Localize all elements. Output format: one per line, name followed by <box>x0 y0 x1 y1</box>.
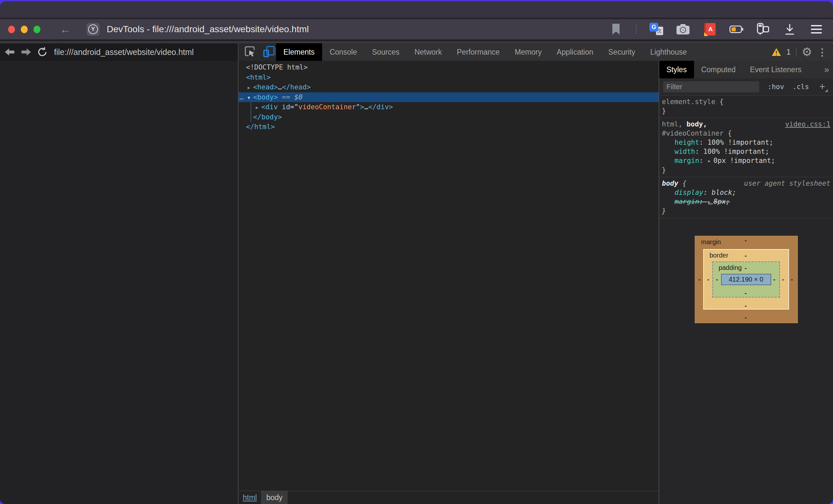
minimize-window-button[interactable] <box>21 26 28 33</box>
url-field[interactable]: file:///android_asset/website/video.html <box>54 48 194 57</box>
dom-tree-node[interactable]: <html> <box>239 73 659 82</box>
more-tabs-icon[interactable]: » <box>824 61 833 78</box>
dom-tree-node[interactable]: …▼<body> == $0 <box>239 92 659 102</box>
tab-performance[interactable]: Performance <box>449 43 507 61</box>
inspect-element-icon[interactable] <box>244 46 256 58</box>
box-model-value: - <box>707 276 709 283</box>
screenshot-camera-icon[interactable] <box>676 22 690 36</box>
box-model-value: - <box>744 314 747 321</box>
tab-application[interactable]: Application <box>549 43 601 61</box>
download-icon[interactable] <box>783 22 796 36</box>
devtools-toolbar-right: 1 ⚙ ⋮ <box>771 43 833 61</box>
styles-tab-styles[interactable]: Styles <box>659 61 694 78</box>
rule-selector[interactable]: element.style { <box>662 97 830 106</box>
translate-icon[interactable]: 文 G <box>649 23 663 36</box>
tab-network[interactable]: Network <box>407 43 449 61</box>
window-tab-strip <box>0 1 833 18</box>
styles-tab-event-listeners[interactable]: Event Listeners <box>743 61 809 78</box>
expand-shorthand-icon: ▶ <box>707 200 713 204</box>
stylesheet-link[interactable]: video.css:1 <box>785 120 830 129</box>
page-viewport <box>0 61 239 504</box>
box-model-value: - <box>744 289 747 297</box>
tab-console[interactable]: Console <box>322 43 364 61</box>
pseudo-state-toggle[interactable]: :hov <box>768 83 784 91</box>
box-model-border-label: border <box>710 252 729 259</box>
box-model-value: - <box>744 237 747 244</box>
chrome-row: file:///android_asset/website/video.html <box>0 43 833 61</box>
box-model-value: - <box>744 252 747 259</box>
css-property[interactable]: margin: ▶ 0px !important; <box>662 156 830 166</box>
styles-filter-input[interactable]: Filter <box>663 81 759 92</box>
box-model-value: - <box>791 276 793 283</box>
box-model-value: - <box>744 264 747 272</box>
warning-count: 1 <box>786 48 791 56</box>
tab-security[interactable]: Security <box>601 43 643 61</box>
dom-tree-node[interactable]: <!DOCTYPE html> <box>239 62 659 73</box>
reading-list-book-icon[interactable]: A <box>703 22 716 36</box>
breadcrumb-html[interactable]: html <box>239 491 261 504</box>
bookmark-icon[interactable] <box>609 22 623 36</box>
devtools-tabs: ElementsConsoleSourcesNetworkPerformance… <box>276 43 694 61</box>
box-model-value: - <box>782 276 784 283</box>
class-toggle[interactable]: .cls <box>793 83 809 91</box>
box-model-value: - <box>698 276 700 283</box>
dom-tree: <!DOCTYPE html><html>▶<head>…</head>…▼<b… <box>239 61 659 132</box>
titlebar-back-icon[interactable]: ← <box>60 24 71 35</box>
window-title: DevTools - file:///android_asset/website… <box>107 24 309 34</box>
traffic-lights <box>0 26 40 33</box>
devtools-toolbar-icons <box>239 43 275 61</box>
expand-arrow-icon[interactable]: ▶ <box>256 103 261 113</box>
css-property[interactable]: height: 100% !important; <box>662 138 830 147</box>
nav-back-icon[interactable] <box>4 48 15 56</box>
box-model-value: - <box>773 276 776 283</box>
css-property[interactable]: margin: ▶ 8px; <box>662 197 830 206</box>
tab-lighthouse[interactable]: Lighthouse <box>643 43 694 61</box>
breadcrumb: htmlbody <box>239 491 659 504</box>
elements-panel: <!DOCTYPE html><html>▶<head>…</head>…▼<b… <box>239 61 659 504</box>
devtools-menu-kebab-icon[interactable]: ⋮ <box>817 47 827 58</box>
browser-menu-icon[interactable] <box>810 22 823 36</box>
indent-guide <box>251 102 251 122</box>
rule-selector[interactable]: #videoContainer { <box>662 129 830 138</box>
dom-tree-node[interactable]: ▶<head>…</head> <box>239 82 659 92</box>
main-content: <!DOCTYPE html><html>▶<head>…</head>…▼<b… <box>0 61 833 504</box>
node-menu-ellipsis[interactable]: … <box>239 92 244 102</box>
dom-tree-node[interactable]: </body> <box>239 112 659 122</box>
style-rule: video.css:1html, body,#videoContainer {h… <box>659 118 833 177</box>
styles-filter-row: Filter :hov .cls + <box>659 78 833 96</box>
box-model-diagram: margin border padding 412.190 × 0 ------… <box>695 236 798 323</box>
tab-sources[interactable]: Sources <box>364 43 407 61</box>
warning-icon[interactable] <box>771 48 781 56</box>
styles-tab-computed[interactable]: Computed <box>694 61 743 78</box>
collapse-arrow-icon[interactable]: ▼ <box>247 93 253 103</box>
styles-tabs: StylesComputedEvent Listeners» <box>659 61 833 78</box>
divider <box>636 24 637 34</box>
nav-forward-icon[interactable] <box>21 48 31 56</box>
nav-reload-icon[interactable] <box>37 47 48 57</box>
password-manager-key-icon[interactable] <box>756 22 770 36</box>
dom-tree-node[interactable]: ▶<div id="videoContainer">…</div> <box>239 102 659 112</box>
rule-origin-label: user agent stylesheet <box>744 179 830 188</box>
titlebar: ← Y DevTools - file:///android_asset/web… <box>0 19 833 39</box>
css-property[interactable]: width: 100% !important; <box>662 147 830 156</box>
box-model-content: 412.190 × 0 <box>721 274 771 285</box>
zoom-window-button[interactable] <box>33 26 40 33</box>
style-rule: user agent stylesheetbody {display: bloc… <box>659 177 833 218</box>
divider <box>796 48 796 56</box>
style-rules: element.style {}video.css:1html, body,#v… <box>659 96 833 218</box>
style-rule: element.style {} <box>659 96 833 118</box>
tab-elements[interactable]: Elements <box>276 43 322 61</box>
settings-gear-icon[interactable]: ⚙ <box>802 46 812 58</box>
new-style-rule-button[interactable]: + <box>819 81 829 93</box>
expand-arrow-icon[interactable]: ▶ <box>247 83 253 93</box>
css-property[interactable]: display: block; <box>662 188 830 197</box>
breadcrumb-body[interactable]: body <box>261 491 288 504</box>
devtools-toolbar: ElementsConsoleSourcesNetworkPerformance… <box>239 43 833 61</box>
toggle-device-toolbar-icon[interactable] <box>263 45 275 59</box>
browser-window: ← Y DevTools - file:///android_asset/web… <box>0 1 833 504</box>
battery-icon[interactable] <box>730 22 743 36</box>
dom-tree-node[interactable]: </html> <box>239 122 659 132</box>
close-window-button[interactable] <box>8 26 15 33</box>
tab-memory[interactable]: Memory <box>507 43 549 61</box>
expand-shorthand-icon: ▶ <box>707 159 713 163</box>
